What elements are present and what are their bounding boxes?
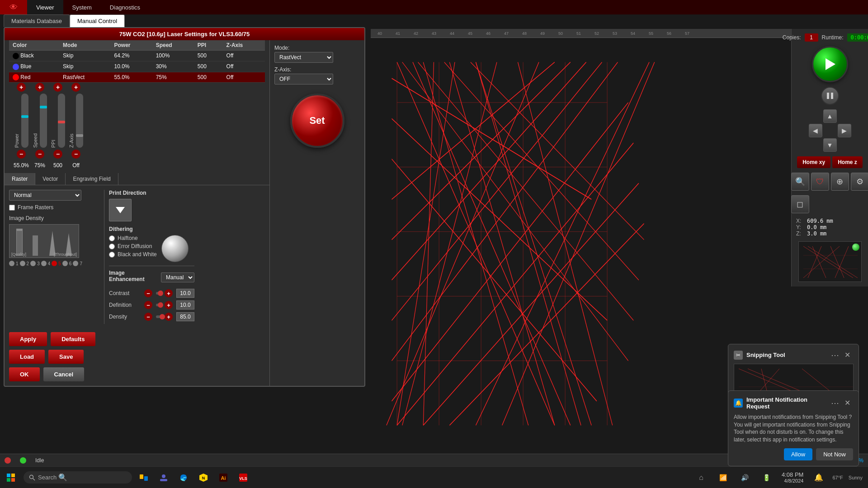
zaxis-select[interactable]: OFF ON — [274, 74, 333, 84]
tab-diagnostics[interactable]: Diagnostics — [101, 0, 149, 14]
contrast-value[interactable] — [176, 289, 194, 298]
zaxis-minus[interactable]: − — [71, 150, 80, 159]
taskbar-clock[interactable]: 4:08 PM 4/8/2024 — [778, 471, 807, 483]
density-dot-2[interactable] — [20, 261, 25, 266]
snipping-notif-close[interactable]: ✕ — [842, 350, 853, 360]
dir-btn-up[interactable]: ▲ — [823, 109, 837, 123]
zaxis-slider-col: + Z-Axis − Off — [69, 83, 83, 169]
mode-select[interactable]: RastVect Raster Vector — [274, 52, 333, 63]
table-row-selected[interactable]: Red RastVect 55.0% 75% 500 Off — [9, 72, 265, 83]
definition-minus[interactable]: − — [144, 301, 152, 309]
contrast-plus[interactable]: + — [165, 289, 173, 297]
power-minus[interactable]: − — [17, 150, 26, 159]
density-minus[interactable]: − — [144, 313, 152, 321]
definition-track[interactable] — [156, 304, 161, 306]
move-icon-btn[interactable]: ⊕ — [831, 173, 849, 191]
shield-icon-btn[interactable]: 🛡 — [811, 173, 829, 191]
contrast-minus[interactable]: − — [144, 289, 152, 297]
density-plus[interactable]: + — [165, 313, 173, 321]
cell-ppi-black: 500 — [194, 51, 223, 61]
tab-system[interactable]: System — [63, 0, 101, 14]
dither-halftone[interactable]: Halftone — [109, 235, 157, 241]
speed-minus[interactable]: − — [35, 150, 44, 159]
table-row[interactable]: Blue Skip 10.0% 30% 500 Off — [9, 61, 265, 72]
search-bar[interactable]: Search 🔍 — [24, 471, 132, 483]
ok-button[interactable]: OK — [9, 367, 40, 381]
home-xy-button[interactable]: Home xy — [797, 156, 830, 168]
search-icon-btn[interactable]: 🔍 — [791, 173, 809, 191]
zaxis-plus[interactable]: + — [71, 83, 80, 92]
home-z-button[interactable]: Home z — [832, 156, 863, 168]
density-track[interactable] — [156, 315, 161, 318]
not-now-button[interactable]: Not Now — [816, 448, 853, 460]
taskbar-app-red[interactable]: VLS — [233, 468, 253, 488]
density-enh-value[interactable] — [176, 312, 194, 321]
taskbar-illustrator[interactable]: Ai — [213, 468, 233, 488]
svg-rect-59 — [140, 474, 143, 479]
speed-plus[interactable]: + — [35, 83, 44, 92]
density-dot-7[interactable] — [73, 261, 78, 266]
density-dot-4[interactable] — [41, 261, 47, 266]
taskbar-network[interactable]: 📶 — [713, 468, 733, 488]
density-dot-6[interactable] — [62, 261, 68, 266]
allow-button[interactable]: Allow — [784, 448, 812, 460]
subtab-engraving-field[interactable]: Engraving Field — [66, 173, 118, 185]
enhancement-dropdown[interactable]: Manual Auto — [161, 272, 194, 282]
taskbar-volume[interactable]: 🔊 — [735, 468, 755, 488]
ppi-track[interactable] — [58, 94, 65, 148]
important-notif-more[interactable]: ⋯ — [828, 398, 842, 408]
taskbar-files[interactable] — [134, 468, 154, 488]
definition-value[interactable] — [176, 300, 194, 310]
frame-rasters-checkbox[interactable] — [9, 205, 15, 211]
subtab-vector[interactable]: Vector — [35, 173, 66, 185]
tab-manual-control[interactable]: Manual Control — [70, 14, 125, 27]
normal-select[interactable]: Normal High Quality — [9, 190, 81, 201]
taskbar-battery[interactable]: 🔋 — [756, 468, 776, 488]
frame-rasters-label: Frame Rasters — [18, 204, 53, 211]
print-dither-section: Print Direction Dithering Halfto — [104, 190, 194, 324]
density-dot-1[interactable] — [9, 261, 14, 266]
power-plus[interactable]: + — [17, 83, 26, 92]
density-dot-5[interactable] — [52, 261, 57, 266]
play-button[interactable] — [812, 46, 848, 82]
pause-button[interactable] — [821, 87, 839, 105]
contrast-track[interactable] — [156, 292, 161, 295]
set-button[interactable]: Set — [290, 94, 344, 148]
tab-viewer[interactable]: Viewer — [27, 0, 63, 14]
ppi-minus[interactable]: − — [53, 150, 62, 159]
taskbar-edge[interactable] — [174, 468, 193, 488]
icon-btn-5[interactable]: ◻ — [791, 195, 809, 213]
ppi-plus[interactable]: + — [53, 83, 62, 92]
defaults-button[interactable]: Defaults — [51, 332, 95, 346]
power-track[interactable] — [21, 94, 28, 148]
settings-icon-btn[interactable]: ⚙ — [851, 173, 868, 191]
density-dot-3[interactable] — [30, 261, 36, 266]
table-row[interactable]: Black Skip 64.2% 100% 500 Off — [9, 51, 265, 61]
direction-arrow-down[interactable] — [109, 199, 132, 221]
zaxis-track[interactable] — [76, 94, 83, 148]
cancel-button[interactable]: Cancel — [43, 367, 85, 381]
important-notif-close[interactable]: ✕ — [842, 398, 853, 408]
dir-btn-right[interactable]: ▶ — [838, 124, 851, 137]
tab-materials-database[interactable]: Materials Database — [4, 14, 70, 27]
taskbar-norton[interactable]: N — [193, 468, 213, 488]
speed-track[interactable] — [40, 94, 47, 148]
start-button[interactable] — [0, 467, 22, 488]
radio-error-diffusion[interactable] — [109, 244, 115, 249]
apply-button[interactable]: Apply — [9, 332, 47, 346]
dither-black-white[interactable]: Black and White — [109, 251, 157, 258]
save-button[interactable]: Save — [48, 350, 84, 364]
app-tabs: Viewer System Diagnostics — [27, 0, 149, 14]
subtab-raster[interactable]: Raster — [5, 173, 35, 185]
radio-halftone[interactable] — [109, 235, 115, 241]
radio-black-white[interactable] — [109, 252, 115, 258]
taskbar-show-desktop[interactable]: ⌂ — [691, 468, 711, 488]
definition-plus[interactable]: + — [165, 301, 173, 309]
taskbar-notifications[interactable]: 🔔 — [809, 468, 829, 488]
taskbar-teams[interactable] — [154, 468, 174, 488]
snipping-notif-more[interactable]: ⋯ — [828, 350, 842, 360]
load-button[interactable]: Load — [9, 350, 45, 364]
dir-btn-left[interactable]: ◀ — [809, 124, 822, 137]
dither-error-diffusion[interactable]: Error Diffusion — [109, 243, 157, 249]
dir-btn-down[interactable]: ▼ — [823, 138, 837, 152]
